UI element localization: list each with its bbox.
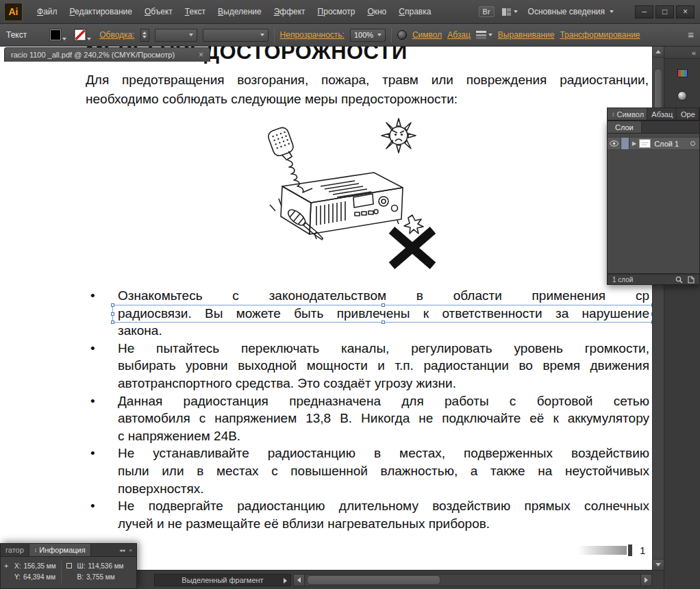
layer-target-icon[interactable] xyxy=(690,141,695,146)
minimize-button[interactable]: – xyxy=(635,5,653,18)
layer-name[interactable]: Слой 1 xyxy=(654,140,679,148)
scroll-left-button[interactable] xyxy=(293,574,305,586)
selection-handle[interactable] xyxy=(111,321,114,324)
character-panel-link[interactable]: Символ xyxy=(412,30,442,40)
stroke-weight-combo[interactable] xyxy=(155,29,197,42)
layer-thumbnail[interactable] xyxy=(639,139,651,148)
menu-help[interactable]: Справка xyxy=(392,4,437,19)
text-line: лучей и не размещайте её вблизи нагреват… xyxy=(118,515,649,533)
info-panel-header: гатор ↕ Информация ◂◂ × xyxy=(0,543,137,557)
stroke-color-control[interactable] xyxy=(75,29,91,40)
document-tab[interactable]: racio 1100 _all.pdf @ 240,2% (CMYK/Просм… xyxy=(4,47,210,62)
color-panel-button[interactable] xyxy=(674,66,690,80)
menu-object[interactable]: Объект xyxy=(138,4,179,19)
expand-dock-icon[interactable]: « xyxy=(692,49,696,57)
bridge-button[interactable]: Br xyxy=(479,6,495,17)
selection-handle[interactable] xyxy=(111,312,114,316)
cycle-panel-icon: ↕ xyxy=(34,547,38,553)
stroke-weight-stepper[interactable] xyxy=(140,29,149,42)
close-panel-icon[interactable]: × xyxy=(129,547,132,553)
separator xyxy=(274,27,275,42)
menu-edit[interactable]: Редактирование xyxy=(64,4,138,19)
tab-layers[interactable]: Слои xyxy=(608,121,642,133)
document-tab-title: racio 1100 _all.pdf @ 240,2% (CMYK/Просм… xyxy=(11,51,175,59)
chevron-down-icon xyxy=(62,38,66,40)
arrange-documents-button[interactable] xyxy=(502,8,518,16)
menu-select[interactable]: Выделение xyxy=(212,4,268,19)
selection-handle[interactable] xyxy=(111,303,114,307)
tab-close-icon[interactable]: × xyxy=(199,50,203,60)
text-line: автомобиля с напряжением 13,8 В. Никогда… xyxy=(118,410,649,427)
stroke-link[interactable]: Обводка: xyxy=(99,30,134,40)
status-indicator[interactable]: Выделенный фрагмент xyxy=(154,574,291,586)
control-panel-menu-icon[interactable]: ≡ xyxy=(688,32,694,38)
selection-handle[interactable] xyxy=(382,303,385,307)
workspace-label: Основные сведения xyxy=(528,7,605,16)
tab-paragraph[interactable]: Абзац xyxy=(647,108,677,120)
chevron-down-icon xyxy=(260,34,264,36)
horizontal-scroll-thumb[interactable] xyxy=(307,575,440,585)
restore-button[interactable]: □ xyxy=(655,5,674,18)
tab-navigator[interactable]: гатор xyxy=(1,544,29,556)
variable-width-combo[interactable] xyxy=(203,29,268,42)
scroll-up-button[interactable] xyxy=(653,47,664,58)
document-intro: Для предотвращения возгорания, пожара, т… xyxy=(86,71,649,109)
selection-handle[interactable] xyxy=(382,321,385,324)
bullet-glyph: • xyxy=(90,497,95,515)
tab-opentype[interactable]: Оре xyxy=(677,108,699,120)
stroke-none-swatch[interactable] xyxy=(75,29,86,40)
paragraph-panel-link[interactable]: Абзац xyxy=(447,30,471,40)
expand-layer-icon[interactable]: ▶ xyxy=(632,140,636,147)
y-value: 64,394 мм xyxy=(23,572,55,583)
dock-header[interactable]: « xyxy=(664,47,700,59)
scroll-right-button[interactable] xyxy=(640,574,652,586)
menu-type[interactable]: Текст xyxy=(179,4,212,19)
horizontal-scroll-track[interactable] xyxy=(305,574,640,586)
tab-character[interactable]: ↕ Символ xyxy=(608,108,647,120)
new-layer-icon[interactable] xyxy=(688,276,695,284)
menu-window[interactable]: Окно xyxy=(361,4,392,19)
layer-count-label: 1 слой xyxy=(612,276,633,284)
locate-object-icon[interactable] xyxy=(675,276,683,284)
type-panel-group: ↕ Символ Абзац Оре xyxy=(607,108,700,121)
close-button[interactable]: × xyxy=(676,5,695,18)
tab-info[interactable]: ↕ Информация xyxy=(29,544,91,556)
footer-rule xyxy=(579,546,627,555)
chevron-down-icon xyxy=(377,34,382,36)
fill-color-control[interactable] xyxy=(50,29,66,40)
step-down-icon[interactable] xyxy=(142,36,147,38)
document-canvas[interactable]: МЕРЫ ПРЕДОСТОРОЖНОСТИ Для предотвращения… xyxy=(0,47,652,570)
crosshair-icon: + xyxy=(4,561,12,588)
fill-swatch[interactable] xyxy=(50,29,61,40)
gradient-panel-button[interactable] xyxy=(674,89,690,103)
text-line: выбирать уровни выходной мощности и т.п.… xyxy=(118,357,649,375)
status-expand-icon[interactable] xyxy=(284,578,287,584)
menu-file[interactable]: Файл xyxy=(31,4,64,19)
lock-toggle-cell[interactable] xyxy=(621,138,629,149)
menu-view[interactable]: Просмотр xyxy=(312,4,362,19)
visibility-toggle[interactable] xyxy=(608,138,621,149)
workspace-switcher[interactable]: Основные сведения xyxy=(525,5,616,18)
layer-row[interactable]: ▶ Слой 1 xyxy=(608,137,699,150)
x-value: 156,35 мм xyxy=(23,561,55,572)
text-line: Не устанавливайте радиостанцию в местах,… xyxy=(118,444,649,462)
collapse-panel-icon[interactable]: ◂◂ xyxy=(119,547,125,553)
x-label: X: xyxy=(14,561,21,572)
horizontal-scrollbar[interactable] xyxy=(293,574,652,586)
step-up-icon[interactable] xyxy=(142,32,147,34)
opacity-link[interactable]: Непрозрачность: xyxy=(280,30,345,40)
align-link[interactable]: Выравнивание xyxy=(498,30,555,40)
opacity-combo[interactable]: 100% xyxy=(350,29,386,42)
separator xyxy=(391,27,392,42)
graphic-style-swatch-icon[interactable] xyxy=(397,30,407,40)
selection-bounding-box[interactable] xyxy=(112,305,652,323)
size-column: Ш:114,536 мм В:3,755 мм xyxy=(66,561,124,588)
radio-illustration[interactable] xyxy=(240,115,452,276)
width-value: 114,536 мм xyxy=(88,561,124,572)
scroll-down-button[interactable] xyxy=(653,559,664,570)
arrow-up-icon xyxy=(655,50,661,53)
menu-effect[interactable]: Эффект xyxy=(268,4,312,19)
opacity-value: 100% xyxy=(354,31,373,39)
transform-link[interactable]: Трансформирование xyxy=(560,30,640,40)
paragraph-styles-control[interactable] xyxy=(476,31,492,39)
